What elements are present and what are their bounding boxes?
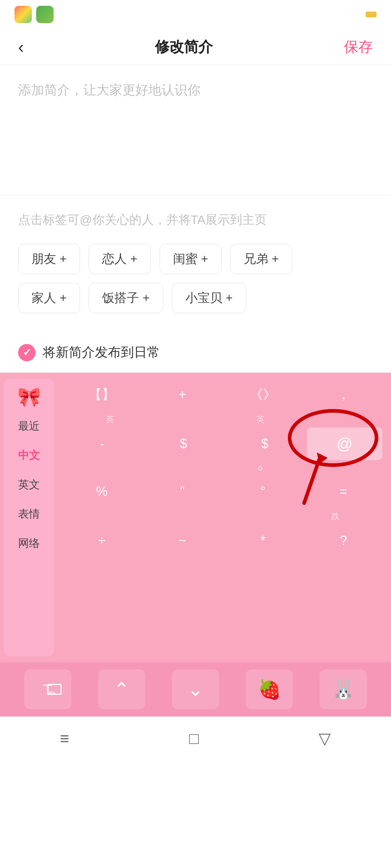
keyboard-return-button[interactable]: 🐰 — [320, 669, 367, 709]
bio-placeholder: 添加简介，让大家更好地认识你 — [18, 80, 373, 101]
app2-icon — [36, 6, 54, 23]
keyboard-sidebar: 🎀 最近 中文 英文 表情 网络 — [4, 379, 54, 656]
tag-family[interactable]: 家人 + — [18, 283, 80, 313]
delete-strawberry-icon: 🍓 — [258, 678, 281, 701]
sidebar-chinese[interactable]: 中文 — [4, 441, 54, 470]
battery-icon — [366, 12, 377, 17]
sidebar-emoji[interactable]: 表情 — [4, 499, 54, 529]
key-degree[interactable]: ° — [224, 477, 302, 506]
key-quote[interactable]: " — [144, 477, 222, 506]
sublabel-ying: 英 — [72, 414, 148, 425]
keyboard-delete-button[interactable]: 🍓 — [246, 669, 293, 709]
up-arrow-icon: ⌃ — [114, 678, 130, 700]
key-brackets[interactable]: 【】 — [63, 380, 141, 409]
key-plus[interactable]: + — [144, 380, 222, 409]
page-title: 修改简介 — [155, 37, 213, 57]
key-equals[interactable]: = — [305, 477, 383, 506]
tag-lover[interactable]: 恋人 + — [89, 244, 151, 274]
status-icons — [14, 6, 54, 23]
tags-section: 点击标签可@你关心的人，并将TA展示到主页 朋友 + 恋人 + 闺蜜 + 兄弟 … — [0, 195, 391, 333]
system-nav-bar: ≡ □ ▽ — [0, 716, 391, 760]
bio-input-area[interactable]: 添加简介，让大家更好地认识你 — [0, 65, 391, 195]
top-nav: ‹ 修改简介 保存 — [0, 29, 391, 65]
key-dollar1[interactable]: $ — [144, 429, 223, 458]
keyboard-down-button[interactable]: ⌄ — [172, 669, 219, 709]
keyboard-main: 【】 + 《》 ， 英 英 - $ $ @ o — [54, 373, 391, 662]
key-question[interactable]: ? — [305, 526, 383, 555]
bow-icon: 🎀 — [17, 386, 41, 408]
key-minus[interactable]: - — [63, 429, 142, 458]
nav-back-icon[interactable]: ▽ — [319, 729, 331, 748]
sublabel-ying2: 英 — [223, 414, 298, 425]
tag-brother[interactable]: 兄弟 + — [230, 244, 292, 274]
games-icon — [14, 6, 32, 23]
nav-home-icon[interactable]: □ — [189, 729, 199, 748]
keyboard-row-4: ÷ ~ * ? — [62, 523, 384, 559]
key-divide[interactable]: ÷ — [63, 526, 141, 555]
status-bar — [0, 0, 391, 29]
sidebar-recent[interactable]: 最近 — [4, 412, 54, 441]
nav-menu-icon[interactable]: ≡ — [60, 729, 70, 748]
key-asterisk[interactable]: * — [224, 526, 302, 555]
sublabel-o: o — [223, 463, 298, 473]
tags-row-2: 家人 + 饭搭子 + 小宝贝 + — [18, 283, 373, 313]
keyboard-bottom-bar: T ✏ ⌃ ⌄ 🍓 🐰 — [0, 662, 391, 716]
publish-row[interactable]: ✓ 将新简介发布到日常 — [0, 333, 391, 373]
keyboard-wrapper: 🎀 最近 中文 英文 表情 网络 【】 + 《》 ， 英 英 - $ $ — [0, 373, 391, 662]
key-dollar2[interactable]: $ — [226, 429, 304, 458]
input-switch-icon: T ✏ — [43, 680, 52, 698]
return-rabbit-icon: 🐰 — [332, 678, 355, 701]
sidebar-english[interactable]: 英文 — [4, 470, 54, 499]
down-arrow-icon: ⌄ — [188, 678, 203, 700]
keyboard-up-button[interactable]: ⌃ — [98, 669, 145, 709]
keyboard-row-1: 【】 + 《》 ， — [62, 376, 384, 413]
publish-checkbox[interactable]: ✓ — [18, 344, 35, 361]
sidebar-network[interactable]: 网络 — [4, 529, 54, 558]
tags-row-1: 朋友 + 恋人 + 闺蜜 + 兄弟 + — [18, 244, 373, 274]
key-at-container: @ — [306, 427, 384, 460]
checkmark-icon: ✓ — [23, 346, 31, 358]
tag-foodbuddy[interactable]: 饭搭子 + — [89, 283, 163, 313]
key-tilde[interactable]: ~ — [144, 526, 222, 555]
tag-baby[interactable]: 小宝贝 + — [172, 283, 246, 313]
key-at[interactable]: @ — [307, 427, 383, 460]
tag-friend[interactable]: 朋友 + — [18, 244, 80, 274]
keyboard-input-switch[interactable]: T ✏ — [24, 669, 71, 709]
keyboard-row-3: % " ° = — [62, 473, 384, 510]
sublabel-back: 跌 — [298, 511, 373, 522]
keyboard-row-2: - $ $ @ — [62, 426, 384, 462]
key-comma[interactable]: ， — [305, 380, 383, 409]
tags-hint: 点击标签可@你关心的人，并将TA展示到主页 — [18, 210, 373, 229]
back-button[interactable]: ‹ — [18, 37, 24, 57]
publish-label: 将新简介发布到日常 — [43, 344, 160, 361]
key-angle-brackets[interactable]: 《》 — [224, 380, 302, 409]
key-percent[interactable]: % — [63, 477, 141, 506]
save-button[interactable]: 保存 — [344, 37, 373, 57]
tag-bestie[interactable]: 闺蜜 + — [160, 244, 222, 274]
